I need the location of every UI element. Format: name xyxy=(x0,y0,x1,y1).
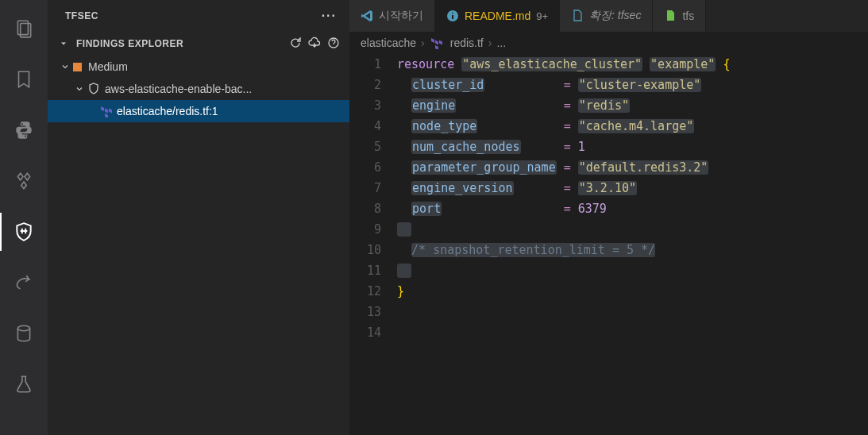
shield-icon xyxy=(87,83,100,95)
chevron-down-icon xyxy=(57,37,70,50)
line-gutter: 1234567891011121314 xyxy=(349,54,397,435)
more-actions-icon[interactable]: ··· xyxy=(322,9,337,23)
breadcrumb-item[interactable]: elasticache xyxy=(361,37,416,49)
refresh-icon[interactable] xyxy=(289,37,302,52)
breadcrumbs[interactable]: elasticache › redis.tf › ... xyxy=(349,32,868,54)
finding-label: elasticache/redis.tf:1 xyxy=(117,105,218,117)
bookmark-icon[interactable] xyxy=(5,60,43,98)
terraform-icon xyxy=(99,105,112,117)
tree-severity-row[interactable]: Medium xyxy=(48,56,349,78)
python-icon[interactable] xyxy=(5,111,43,149)
chevron-right-icon: › xyxy=(421,37,425,49)
editor-area: 시작하기 README.md 9+ 확장: tfsec tfs elastica… xyxy=(349,0,868,435)
sidebar-header: TFSEC ··· xyxy=(48,0,349,32)
tab-modified-badge: 9+ xyxy=(536,10,548,22)
tab-label: README.md xyxy=(465,10,530,22)
explorer-header[interactable]: FINDINGS EXPLORER xyxy=(48,32,349,56)
cloud-icon[interactable] xyxy=(308,37,321,52)
findings-tree: Medium aws-elasticache-enable-bac... ela… xyxy=(48,56,349,122)
activity-bar xyxy=(0,0,48,435)
chevron-down-icon xyxy=(59,60,71,73)
tree-rule-row[interactable]: aws-elasticache-enable-bac... xyxy=(48,78,349,100)
chevron-right-icon: › xyxy=(488,37,492,49)
terraform-icon xyxy=(430,37,442,49)
beaker-icon[interactable] xyxy=(5,365,43,403)
chevron-down-icon xyxy=(73,83,86,95)
breadcrumb-item[interactable]: ... xyxy=(496,37,506,49)
svg-point-2 xyxy=(17,325,29,331)
breadcrumb-item[interactable]: redis.tf xyxy=(450,37,484,49)
info-icon xyxy=(446,10,459,22)
tab-label: tfs xyxy=(682,10,694,22)
vscode-icon xyxy=(361,10,373,22)
code-content[interactable]: resource "aws_elasticache_cluster" "exam… xyxy=(397,54,868,435)
help-icon[interactable] xyxy=(327,37,340,52)
tfsec-icon[interactable] xyxy=(5,213,43,251)
tab-readme[interactable]: README.md 9+ xyxy=(435,0,560,32)
tab-label: 시작하기 xyxy=(379,9,423,23)
rule-label: aws-elasticache-enable-bac... xyxy=(105,83,252,95)
extensions-icon[interactable] xyxy=(5,162,43,200)
sidebar-title: TFSEC xyxy=(60,10,98,21)
tree-finding-row[interactable]: elasticache/redis.tf:1 xyxy=(48,100,349,122)
explorer-title: FINDINGS EXPLORER xyxy=(76,38,183,49)
tabs-bar: 시작하기 README.md 9+ 확장: tfsec tfs xyxy=(349,0,868,32)
sidebar: TFSEC ··· FINDINGS EXPLORER Medium xyxy=(48,0,349,435)
explorer-icon[interactable] xyxy=(5,10,43,48)
tab-welcome[interactable]: 시작하기 xyxy=(349,0,435,32)
tab-truncated[interactable]: tfs xyxy=(653,0,706,32)
code-editor[interactable]: 1234567891011121314 resource "aws_elasti… xyxy=(349,54,868,435)
share-icon[interactable] xyxy=(5,264,43,302)
tab-extension[interactable]: 확장: tfsec xyxy=(560,0,653,32)
database-icon[interactable] xyxy=(5,314,43,352)
file-icon xyxy=(664,10,677,22)
severity-dot-icon xyxy=(73,63,82,71)
severity-label: Medium xyxy=(88,60,128,73)
tab-label: 확장: tfsec xyxy=(589,9,641,23)
file-icon xyxy=(571,10,584,22)
